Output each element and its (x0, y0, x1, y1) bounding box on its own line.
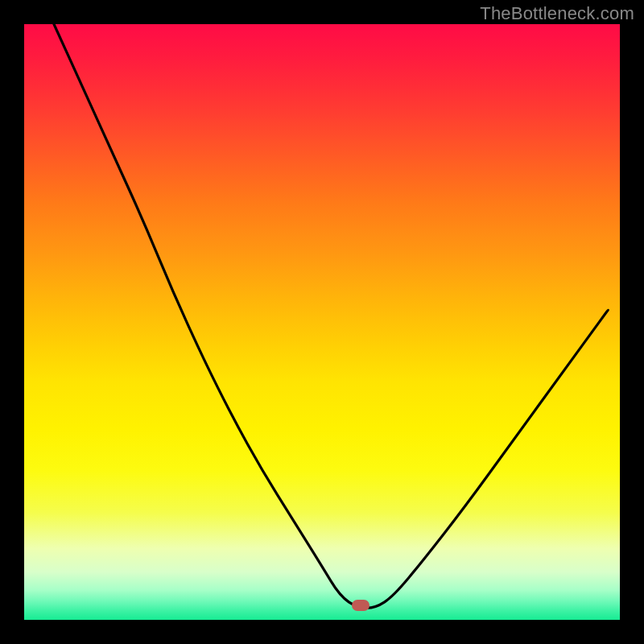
curve-path (54, 24, 608, 608)
chart-frame: TheBottleneck.com (0, 0, 644, 644)
attribution-label: TheBottleneck.com (480, 3, 634, 24)
plot-area (24, 24, 620, 620)
optimal-point-marker (352, 600, 369, 611)
bottleneck-curve (24, 24, 620, 620)
